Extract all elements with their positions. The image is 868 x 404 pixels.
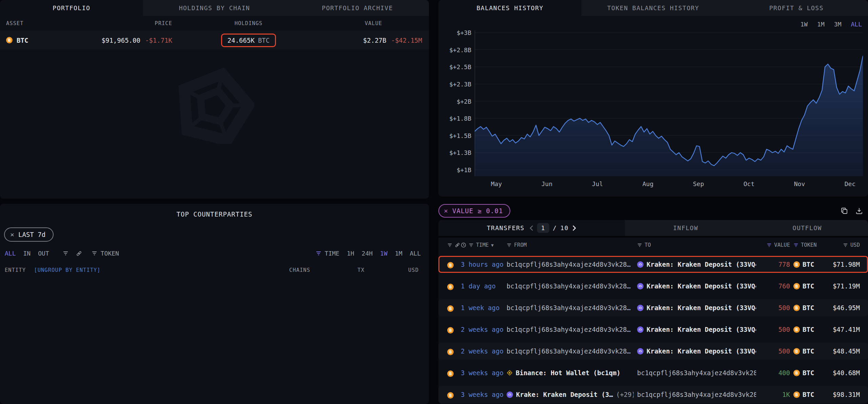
funnel-icon-active[interactable] <box>793 243 798 247</box>
clock-icon[interactable] <box>461 242 466 248</box>
funnel-icon[interactable] <box>843 243 848 247</box>
transfer-usd: $40.68M <box>826 369 860 377</box>
value-filter-chip[interactable]: × VALUE ≥ 0.01 <box>438 204 510 218</box>
funnel-icon[interactable] <box>63 251 68 256</box>
col-usd[interactable]: USD <box>850 242 860 248</box>
range-24h[interactable]: 24H <box>362 250 373 257</box>
col-to[interactable]: TO <box>645 242 651 248</box>
transfer-token[interactable]: BBTC <box>793 369 823 377</box>
transfer-to[interactable]: bc1qcpflj68s3ahy4xajez4d8v3vk28… <box>637 391 756 398</box>
funnel-icon[interactable] <box>447 243 452 247</box>
download-icon[interactable] <box>855 207 863 215</box>
funnel-icon[interactable] <box>469 243 474 247</box>
transfer-row[interactable]: B3 weeks agoBinance: Hot Wallet (bc1qm)b… <box>438 364 868 381</box>
transfer-token[interactable]: BBTC <box>793 391 823 398</box>
ungroup-by-entity-link[interactable]: [UNGROUP BY ENTITY] <box>34 267 100 273</box>
transfer-time-link[interactable]: 3 weeks ago <box>461 369 503 377</box>
next-page-icon[interactable] <box>572 225 576 231</box>
col-value[interactable]: VALUE <box>774 242 790 248</box>
last-7d-filter-chip[interactable]: × LAST 7d <box>4 227 54 242</box>
range-1m[interactable]: 1M <box>395 250 402 257</box>
transfer-to[interactable]: Kraken: Kraken Deposit (33VQ4) <box>637 347 756 355</box>
transfer-token[interactable]: BBTC <box>793 326 823 333</box>
tab-token-balances-history[interactable]: TOKEN BALANCES HISTORY <box>581 0 725 16</box>
close-icon[interactable]: × <box>444 207 448 214</box>
tab-outflow[interactable]: OUTFLOW <box>747 220 868 236</box>
transfer-from[interactable]: bc1qcpflj68s3ahy4xajez4d8v3vk28… <box>507 304 634 311</box>
prev-page-icon[interactable] <box>529 225 534 231</box>
funnel-icon[interactable] <box>316 251 321 256</box>
range-all[interactable]: ALL <box>410 250 421 257</box>
asset-value-delta: -$42.15M <box>391 37 422 44</box>
transfer-to[interactable]: Kraken: Kraken Deposit (33VQ4) <box>637 326 756 333</box>
transfer-from[interactable]: Krake: Kraken Deposit (3…(+29) <box>507 391 634 398</box>
link-icon[interactable] <box>455 242 460 248</box>
filter-out[interactable]: OUT <box>38 250 49 257</box>
filter-in[interactable]: IN <box>23 250 31 257</box>
transfer-time-link[interactable]: 3 weeks ago <box>461 391 503 398</box>
time-filter-label[interactable]: TIME <box>325 250 339 257</box>
transfer-token[interactable]: BBTC <box>793 282 823 290</box>
btc-icon: B <box>447 392 454 399</box>
range-1w[interactable]: 1W <box>380 250 388 257</box>
transfer-time-link[interactable]: 1 day ago <box>461 282 503 290</box>
tab-label: TRANSFERS <box>487 224 525 231</box>
tab-inflow[interactable]: INFLOW <box>625 220 747 236</box>
transfer-from[interactable]: bc1qcpflj68s3ahy4xajez4d8v3vk28… <box>507 326 634 333</box>
chain-cell: B <box>447 326 457 334</box>
binance-icon <box>507 370 513 376</box>
transfer-time-link[interactable]: 2 weeks ago <box>461 326 503 333</box>
funnel-icon[interactable] <box>507 243 512 247</box>
funnel-icon-active[interactable] <box>767 243 772 247</box>
transfer-row[interactable]: B1 week agobc1qcpflj68s3ahy4xajez4d8v3vk… <box>438 299 868 316</box>
tab-transfers[interactable]: TRANSFERS 1 / 10 <box>438 220 625 236</box>
transfer-token[interactable]: BBTC <box>793 261 823 268</box>
tab-holdings-by-chain[interactable]: HOLDINGS BY CHAIN <box>143 0 286 16</box>
range-1h[interactable]: 1H <box>347 250 354 257</box>
col-time[interactable]: TIME <box>476 242 489 248</box>
transfer-row[interactable]: B3 hours agobc1qcpflj68s3ahy4xajez4d8v3v… <box>438 256 868 273</box>
transfer-usd: $71.98M <box>826 261 860 268</box>
transfer-time-link[interactable]: 2 weeks ago <box>461 347 503 355</box>
transfer-from[interactable]: bc1qcpflj68s3ahy4xajez4d8v3vk28… <box>507 261 634 268</box>
btc-icon: B <box>6 37 13 43</box>
y-axis-tick: $+1B <box>457 166 471 174</box>
col-chains: CHAINS <box>270 267 310 273</box>
tab-portfolio-archive[interactable]: PORTFOLIO ARCHIVE <box>286 0 429 16</box>
transfer-row[interactable]: B1 day agobc1qcpflj68s3ahy4xajez4d8v3vk2… <box>438 278 868 295</box>
col-token[interactable]: TOKEN <box>801 242 817 248</box>
filter-all[interactable]: ALL <box>5 250 16 257</box>
asset-price-delta: -$1.71K <box>145 37 172 44</box>
transfer-to[interactable]: bc1qcpflj68s3ahy4xajez4d8v3vk28… <box>637 369 756 377</box>
x-axis-tick: Oct <box>744 180 755 187</box>
portfolio-row-btc[interactable]: B BTC $91,965.00 -$1.71K 24.665K BTC $2.… <box>0 31 429 49</box>
transfer-from[interactable]: Binance: Hot Wallet (bc1qm) <box>507 369 634 377</box>
transfer-row[interactable]: B2 weeks agobc1qcpflj68s3ahy4xajez4d8v3v… <box>438 343 868 360</box>
btc-icon: B <box>447 284 454 290</box>
tab-portfolio[interactable]: PORTFOLIO <box>0 0 143 16</box>
transfer-row[interactable]: B2 weeks agobc1qcpflj68s3ahy4xajez4d8v3v… <box>438 321 868 338</box>
token-filter-label[interactable]: TOKEN <box>101 250 119 257</box>
transfer-token[interactable]: BBTC <box>793 304 823 311</box>
transfer-from[interactable]: bc1qcpflj68s3ahy4xajez4d8v3vk28… <box>507 282 634 290</box>
transfer-time-link[interactable]: 1 week ago <box>461 304 503 311</box>
transfer-to[interactable]: Kraken: Kraken Deposit (33VQ4) <box>637 304 756 311</box>
transfer-to[interactable]: Kraken: Kraken Deposit (33VQ4) <box>637 261 756 268</box>
transfer-time-link[interactable]: 3 hours ago <box>461 261 503 268</box>
transfer-from[interactable]: bc1qcpflj68s3ahy4xajez4d8v3vk28… <box>507 347 634 355</box>
chevron-down-icon[interactable]: ▼ <box>491 243 494 248</box>
entity-text: Binance: Hot Wallet (bc1qm) <box>516 369 620 377</box>
link-icon[interactable] <box>76 250 82 257</box>
copy-icon[interactable] <box>840 207 848 215</box>
col-from[interactable]: FROM <box>514 242 527 248</box>
close-icon[interactable]: × <box>10 231 14 238</box>
tab-profit-loss[interactable]: PROFIT & LOSS <box>725 0 868 16</box>
funnel-icon[interactable] <box>637 243 642 247</box>
transfer-row[interactable]: B3 weeks agoKrake: Kraken Deposit (3…(+2… <box>438 386 868 403</box>
kraken-icon <box>637 326 644 333</box>
balance-history-chart[interactable] <box>475 26 863 176</box>
transfer-to[interactable]: Kraken: Kraken Deposit (33VQ4) <box>637 282 756 290</box>
funnel-icon[interactable] <box>92 251 97 256</box>
transfers-tabbar: TRANSFERS 1 / 10 INFLOW OUTFLOW <box>438 220 868 236</box>
transfer-token[interactable]: BBTC <box>793 347 823 355</box>
